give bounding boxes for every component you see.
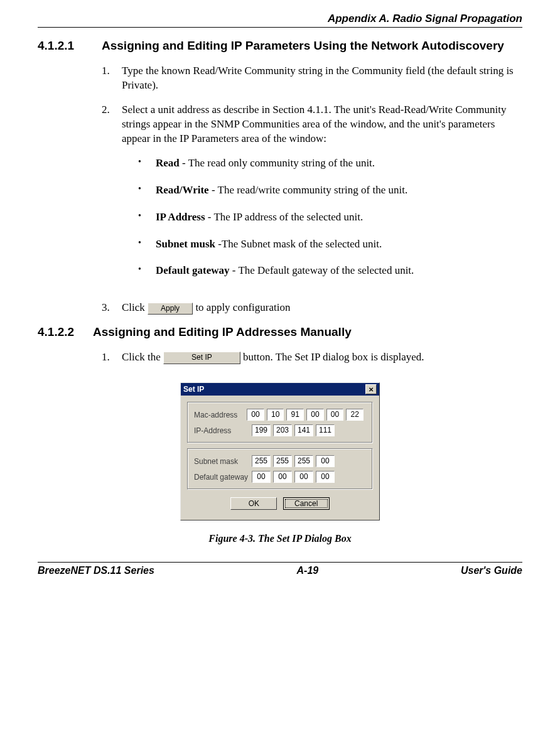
subnet-octet-4[interactable]: 00 [316, 455, 335, 467]
ip-octet-1[interactable]: 199 [252, 424, 271, 436]
default-gateway-label: Default gateway [194, 473, 252, 482]
address-group: Mac-address 00 10 91 00 00 22 IP-Address… [187, 402, 373, 443]
step-number: 2. [102, 103, 122, 291]
step-pre: Click the [122, 351, 163, 363]
bullet-term: Subnet musk [156, 238, 215, 250]
bullet-desc: - The IP address of the selected unit. [205, 211, 363, 223]
mac-address-row: Mac-address 00 10 91 00 00 22 [194, 409, 366, 421]
bullet-term: Read [156, 157, 180, 169]
page-footer: BreezeNET DS.11 Series A-19 User's Guide [38, 562, 522, 576]
bullet-desc: - The read/write community string of the… [209, 184, 407, 196]
bullet-term: Read/Write [156, 184, 209, 196]
mac-octet-4[interactable]: 00 [306, 409, 324, 421]
section-number: 4.1.2.2 [38, 325, 93, 339]
section-4-1-2-2-heading: 4.1.2.2 Assigning and Editing IP Address… [38, 325, 522, 339]
ip-octet-2[interactable]: 203 [273, 424, 292, 436]
bullet-desc: - The read only community string of the … [180, 157, 375, 169]
ip-octet-3[interactable]: 141 [294, 424, 313, 436]
bullet-ip-address: • IP Address - The IP address of the sel… [138, 210, 522, 225]
dialog-title: Set IP [183, 385, 204, 394]
set-ip-dialog: Set IP ✕ Mac-address 00 10 91 00 00 22 [180, 382, 380, 520]
ip-address-row: IP-Address 199 203 141 111 [194, 424, 366, 436]
footer-center: A-19 [297, 565, 319, 576]
gateway-octet-4[interactable]: 00 [316, 471, 335, 483]
cancel-button[interactable]: Cancel [283, 497, 330, 510]
subnet-mask-row: Subnet mask 255 255 255 00 [194, 455, 366, 467]
step-2-intro: Select a unit address as describe in Sec… [122, 104, 507, 144]
bullet-read-write: • Read/Write - The read/write community … [138, 183, 522, 198]
mac-octet-5[interactable]: 00 [326, 409, 344, 421]
mac-octet-6[interactable]: 22 [346, 409, 363, 421]
step-text: Click Apply to apply configuration [122, 301, 522, 315]
ip-octet-4[interactable]: 111 [316, 424, 335, 436]
section-4-1-2-1-heading: 4.1.2.1 Assigning and Editing IP Paramet… [38, 39, 522, 53]
mac-octet-3[interactable]: 91 [286, 409, 304, 421]
bullet-term: IP Address [156, 211, 205, 223]
bullet-marker: • [138, 183, 156, 198]
bullet-marker: • [138, 264, 156, 278]
bullet-marker: • [138, 210, 156, 225]
figure-caption: Figure 4-3. The Set IP Dialog Box [38, 533, 522, 544]
step-3-post: to apply configuration [193, 301, 290, 313]
mac-address-label: Mac-address [194, 411, 247, 419]
step-3: 3. Click Apply to apply configuration [102, 301, 522, 315]
bullet-subnet-mask: • Subnet musk -The Subnet mask of the se… [138, 237, 522, 252]
step-text: Click the Set IP button. The Set IP dial… [122, 350, 522, 365]
step-number: 1. [102, 350, 122, 365]
step-1: 1. Type the known Read/Write Community s… [102, 64, 522, 93]
set-ip-button[interactable]: Set IP [163, 352, 240, 364]
subnet-octet-3[interactable]: 255 [294, 455, 313, 467]
gateway-octet-2[interactable]: 00 [273, 471, 292, 483]
step-number: 3. [102, 301, 122, 315]
close-icon: ✕ [369, 386, 374, 393]
bullet-term: Default gateway [156, 264, 230, 276]
mac-octet-2[interactable]: 10 [267, 409, 284, 421]
default-gateway-row: Default gateway 00 00 00 00 [194, 471, 366, 483]
section-title: Assigning and Editing IP Addresses Manua… [93, 325, 522, 339]
ok-button[interactable]: OK [230, 497, 277, 510]
dialog-button-row: OK Cancel [187, 495, 373, 514]
mac-octet-1[interactable]: 00 [247, 409, 264, 421]
subnet-octet-2[interactable]: 255 [273, 455, 292, 467]
gateway-octet-3[interactable]: 00 [294, 471, 313, 483]
section-number: 4.1.2.1 [38, 39, 102, 53]
section-title: Assigning and Editing IP Parameters Usin… [102, 39, 522, 53]
dialog-titlebar: Set IP ✕ [181, 383, 379, 396]
page-header-appendix: Appendix A. Radio Signal Propagation [38, 13, 522, 28]
bullet-desc: - The Default gateway of the selected un… [230, 264, 414, 276]
step-text: Select a unit address as describe in Sec… [122, 103, 522, 291]
network-group: Subnet mask 255 255 255 00 Default gatew… [187, 448, 373, 490]
step-text: Type the known Read/Write Community stri… [122, 64, 522, 93]
footer-right: User's Guide [461, 565, 522, 576]
step-2: 2. Select a unit address as describe in … [102, 103, 522, 291]
close-button[interactable]: ✕ [365, 384, 377, 394]
bullet-read: • Read - The read only community string … [138, 156, 522, 171]
gateway-octet-1[interactable]: 00 [252, 471, 271, 483]
bullet-desc: -The Subnet mask of the selected unit. [215, 238, 382, 250]
ip-address-label: IP-Address [194, 426, 252, 435]
step-1-manual: 1. Click the Set IP button. The Set IP d… [102, 350, 522, 365]
subnet-octet-1[interactable]: 255 [252, 455, 271, 467]
bullet-marker: • [138, 156, 156, 171]
step-post: button. The Set IP dialog box is display… [240, 351, 424, 363]
bullet-marker: • [138, 237, 156, 252]
subnet-mask-label: Subnet mask [194, 457, 252, 466]
step-number: 1. [102, 64, 122, 93]
apply-button[interactable]: Apply [148, 303, 193, 315]
step-3-pre: Click [122, 301, 148, 313]
bullet-default-gateway: • Default gateway - The Default gateway … [138, 264, 522, 278]
footer-left: BreezeNET DS.11 Series [38, 565, 154, 576]
